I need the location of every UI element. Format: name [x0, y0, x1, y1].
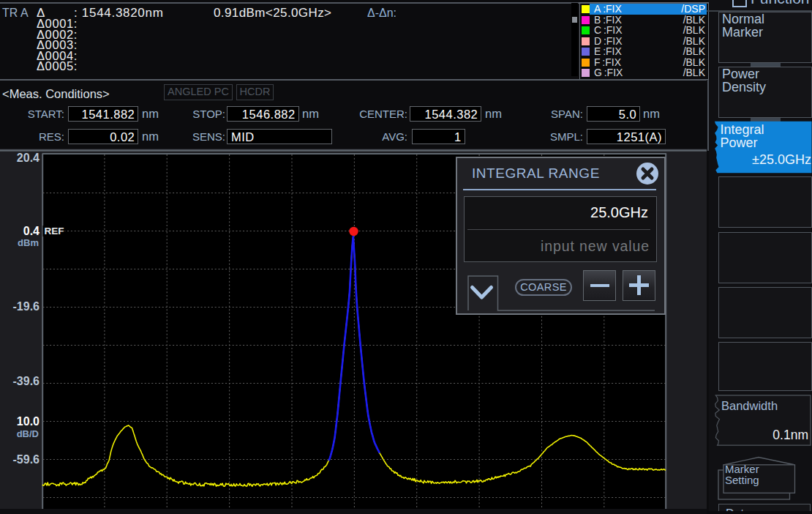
svg-text:0.4: 0.4 — [23, 225, 40, 237]
svg-text:10.0: 10.0 — [17, 415, 40, 428]
svg-text:-39.6: -39.6 — [13, 375, 40, 387]
svg-text:dB/D: dB/D — [17, 428, 39, 439]
svg-text:dBm: dBm — [18, 237, 39, 248]
svg-text:-59.6: -59.6 — [13, 453, 40, 466]
svg-text:-19.6: -19.6 — [13, 300, 40, 313]
svg-text:20.4: 20.4 — [17, 152, 40, 164]
svg-text:REF: REF — [45, 226, 64, 236]
